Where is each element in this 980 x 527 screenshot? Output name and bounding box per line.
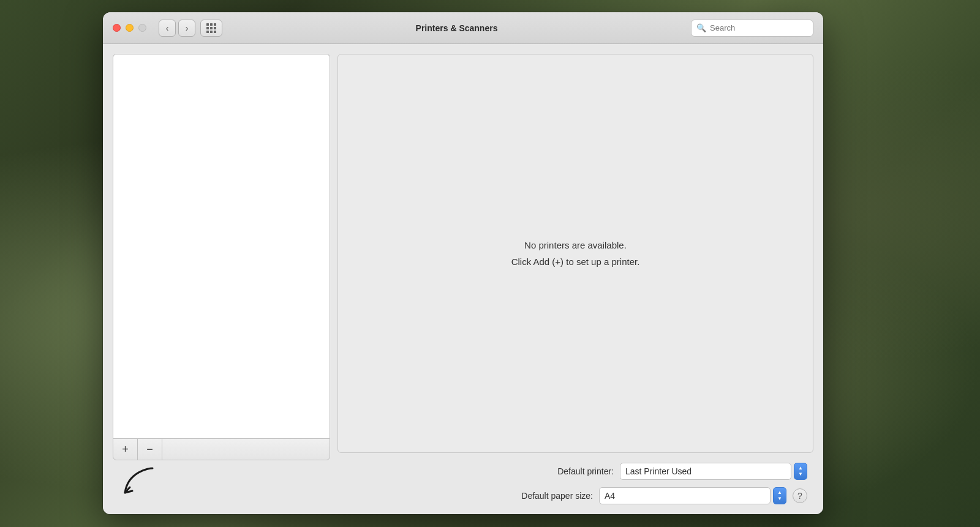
maximize-button[interactable] bbox=[138, 24, 146, 32]
list-toolbar: + − bbox=[113, 438, 330, 460]
default-paper-select[interactable]: A4 bbox=[599, 487, 771, 504]
printer-list bbox=[113, 54, 330, 438]
defaults-area: Default printer: Last Printer Used ▲ ▼ D… bbox=[337, 463, 813, 504]
left-panel: + − bbox=[113, 54, 330, 504]
default-printer-label: Default printer: bbox=[557, 466, 614, 476]
no-printers-message: No printers are available. Click Add (+)… bbox=[511, 237, 640, 270]
window-title: Printers & Scanners bbox=[222, 23, 691, 33]
no-printers-line1: No printers are available. bbox=[511, 237, 640, 253]
default-paper-stepper[interactable]: ▲ ▼ bbox=[773, 487, 786, 504]
close-button[interactable] bbox=[113, 24, 121, 32]
default-printer-select-wrapper: Last Printer Used ▲ ▼ bbox=[620, 463, 807, 480]
add-arrow-icon bbox=[119, 465, 168, 502]
content-area: + − No printers are available. Click Add… bbox=[103, 44, 823, 514]
forward-button[interactable]: › bbox=[178, 20, 195, 37]
back-button[interactable]: ‹ bbox=[159, 20, 176, 37]
stepper-down-icon: ▼ bbox=[777, 496, 782, 501]
default-printer-stepper[interactable]: ▲ ▼ bbox=[794, 463, 807, 480]
default-paper-select-wrapper: A4 ▲ ▼ bbox=[599, 487, 786, 504]
default-printer-select[interactable]: Last Printer Used bbox=[620, 463, 791, 480]
nav-buttons: ‹ › bbox=[159, 20, 222, 37]
printer-detail-area: No printers are available. Click Add (+)… bbox=[337, 54, 813, 453]
title-bar: ‹ › Printers & Scanners 🔍 bbox=[103, 12, 823, 44]
stepper-up-icon: ▲ bbox=[798, 466, 803, 471]
stepper-up-icon: ▲ bbox=[777, 490, 782, 495]
search-input[interactable] bbox=[710, 23, 808, 32]
stepper-down-icon: ▼ bbox=[798, 472, 803, 477]
no-printers-line2: Click Add (+) to set up a printer. bbox=[511, 253, 640, 270]
printers-scanners-window: ‹ › Printers & Scanners 🔍 bbox=[103, 12, 823, 514]
help-button[interactable]: ? bbox=[793, 488, 807, 503]
arrow-annotation bbox=[119, 465, 330, 504]
grid-view-button[interactable] bbox=[200, 20, 222, 37]
default-printer-row: Default printer: Last Printer Used ▲ ▼ bbox=[344, 463, 807, 480]
remove-printer-button[interactable]: − bbox=[138, 439, 162, 460]
traffic-lights bbox=[113, 24, 146, 32]
grid-icon bbox=[206, 23, 216, 33]
search-bar[interactable]: 🔍 bbox=[691, 20, 813, 37]
right-panel: No printers are available. Click Add (+)… bbox=[337, 54, 813, 504]
add-printer-button[interactable]: + bbox=[113, 439, 138, 460]
search-icon: 🔍 bbox=[696, 23, 706, 32]
default-paper-label: Default paper size: bbox=[521, 491, 593, 501]
default-paper-row: Default paper size: A4 ▲ ▼ ? bbox=[344, 487, 807, 504]
minimize-button[interactable] bbox=[126, 24, 134, 32]
